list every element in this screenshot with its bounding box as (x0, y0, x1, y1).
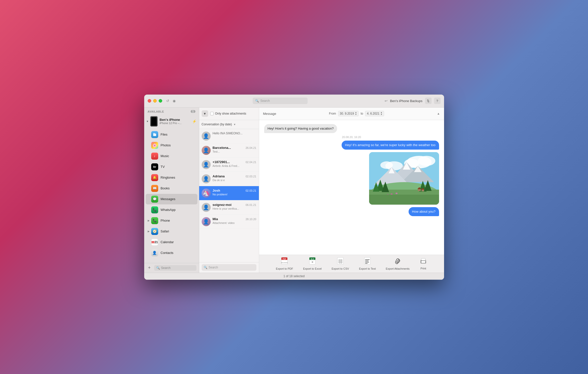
print-button[interactable]: Print (420, 257, 427, 270)
conv-name-phone: +1872901... (213, 160, 230, 164)
conversation-item-adriana[interactable]: 👤 Adriana 02.03.21 Da ok si e (199, 172, 259, 186)
search-icon: 🔍 (255, 99, 259, 103)
export-excel-button[interactable]: XLS ⊞ Export to Excel (303, 257, 322, 270)
main-content: AVAILABLE 1 ▾ Ben's iPhone iPhone 12 Pro… (144, 108, 444, 273)
export-csv-button[interactable]: Export to CSV (332, 257, 349, 270)
date-to-input[interactable]: 4. 6.2021 ▲ ▼ (365, 111, 384, 116)
svg-text:document: document (281, 262, 288, 263)
sidebar-bottom: + 🔍 Search (144, 263, 199, 273)
avatar-mia: 👤 (202, 217, 211, 226)
sidebar-item-calendar[interactable]: MON 21 Calendar (146, 237, 197, 247)
conv-date-adriana: 02.03.21 (246, 175, 256, 178)
msg-received-vacation: Hey! How's it going? Having a good vacat… (264, 124, 439, 133)
add-button[interactable]: + (147, 265, 152, 271)
sidebar-item-ringtones[interactable]: 🔔 Ringtones (146, 172, 197, 183)
export-attachments-label: Export Attachments (386, 267, 410, 270)
sort-arrow-icon: ▼ (233, 123, 236, 126)
message-date-filter: From 30. 9.2019 ▲ ▼ to 4. 6.2021 ▲ ▼ (329, 111, 384, 116)
sidebar-device[interactable]: ▾ Ben's iPhone iPhone 12 Pro –... ⚡ (144, 115, 199, 128)
titlebar-right: ↩ Ben's iPhone Backups ⇅ ? (385, 98, 441, 104)
svg-rect-45 (341, 259, 342, 264)
app-window: ↺ ◉ 🔍 Search ↩ Ben's iPhone Backups ⇅ ? … (144, 95, 444, 280)
conversation-item-josh[interactable]: 🦄 Josh 02.03.21 No problem! (199, 186, 259, 200)
tv-label: TV (161, 165, 165, 169)
conversation-item-mia[interactable]: 👤 Mia 28.10.20 Attachment: video (199, 215, 259, 229)
sidebar-search-label: Search (161, 266, 171, 270)
conversation-item-barcelona[interactable]: 👤 Barcelona... 26.04.21 Test... (199, 143, 259, 158)
attachments-toggle[interactable]: Only show attachments (210, 112, 246, 115)
sidebar-search-box[interactable]: 🔍 Search (154, 265, 196, 271)
svg-rect-43 (338, 263, 343, 263)
sidebar-item-books[interactable]: 📖 Books (146, 183, 197, 194)
phone-expand-icon: ▶ (148, 219, 150, 222)
eye-icon[interactable]: ◉ (173, 99, 176, 103)
sidebar-item-contacts[interactable]: 👤 Contacts (146, 248, 197, 258)
export-text-button[interactable]: Export to Text (359, 257, 376, 270)
avatar-soignez: 👤 (202, 203, 211, 212)
conv-name-ina: Hello INA SIMEONO... (213, 132, 243, 135)
date-from-arrows[interactable]: ▲ ▼ (355, 112, 357, 116)
sidebar-item-messages[interactable]: 💬 Messages (146, 194, 197, 204)
attachments-checkbox[interactable] (210, 112, 214, 115)
sort-button[interactable]: ⇅ (425, 98, 432, 104)
conv-header-adriana: Adriana 02.03.21 (213, 174, 256, 178)
device-model: iPhone 12 Pro –... (160, 122, 190, 125)
bottom-toolbar: PDF document Export to PDF XLS ⊞ (259, 255, 444, 273)
conversation-item-soignez[interactable]: 👤 soignez-moi 06.01.21 Here is your veri… (199, 200, 259, 215)
sidebar-item-tv[interactable]: tv TV (146, 162, 197, 172)
minimize-button[interactable] (153, 99, 157, 103)
conv-preview-mia: Attachment: video (213, 221, 256, 224)
message-header-label: Message (263, 112, 276, 116)
close-button[interactable] (148, 99, 151, 103)
conv-search-icon: 🔍 (204, 266, 207, 269)
sidebar-item-phone[interactable]: ▶ 📞 Phone (146, 215, 197, 226)
sidebar-search-icon: 🔍 (156, 266, 160, 270)
conv-content-barcelona: Barcelona... 26.04.21 Test... (213, 146, 256, 153)
svg-point-24 (396, 193, 398, 194)
message-list: Hey! How's it going? Having a good vacat… (259, 120, 444, 255)
message-collapse-button[interactable]: ▲ (437, 112, 440, 115)
date-to-arrows[interactable]: ▲ ▼ (380, 112, 382, 116)
sidebar-item-music[interactable]: ♪ Music (146, 151, 197, 161)
ringtones-label: Ringtones (161, 176, 175, 179)
conversations-search: 🔍 Search (199, 262, 259, 273)
sidebar-available-header: AVAILABLE 1 (144, 108, 199, 115)
device-screen (151, 117, 157, 126)
books-icon: 📖 (151, 185, 158, 192)
sidebar-item-whatsapp[interactable]: 📞 WhatsApp (146, 205, 197, 215)
traffic-lights (148, 99, 162, 103)
conversation-item-phone[interactable]: 👤 +1872901... 02.04.21 Airbnb: Anita & F… (199, 158, 259, 172)
conv-name-adriana: Adriana (213, 174, 225, 178)
sort-conversations-button[interactable]: Conversation (by date) ▼ (202, 123, 236, 126)
conv-content-josh: Josh 02.03.21 No problem! (213, 189, 256, 196)
reload-icon[interactable]: ↺ (166, 99, 169, 103)
svg-rect-28 (422, 190, 424, 191)
safari-expand-icon: ▶ (148, 230, 150, 233)
export-attachments-button[interactable]: Export Attachments (386, 257, 410, 270)
conv-preview-josh: No problem! (213, 193, 256, 196)
conversations-search-box[interactable]: 🔍 Search (202, 264, 256, 271)
sidebar-item-photos[interactable]: 🌸 Photos (146, 140, 197, 151)
sidebar-item-safari[interactable]: ▶ 🧭 Safari (146, 226, 197, 237)
export-pdf-button[interactable]: PDF document Export to PDF (276, 257, 293, 270)
svg-rect-47 (365, 259, 370, 260)
conv-header-soignez: soignez-moi 06.01.21 (213, 203, 256, 207)
help-button[interactable]: ? (434, 98, 441, 104)
sidebar-item-files[interactable]: Files (146, 129, 197, 140)
filter-button[interactable]: ▼ (202, 110, 208, 117)
conversations-header: Conversation (by date) ▼ (199, 120, 259, 129)
maximize-button[interactable] (159, 99, 162, 103)
global-search-box[interactable]: 🔍 Search (253, 98, 308, 104)
device-collapse-arrow[interactable]: ▾ (147, 120, 148, 123)
conv-header-ina: Hello INA SIMEONO... (213, 132, 256, 135)
date-from-value: 30. 9.2019 (340, 112, 354, 115)
svg-text:⊞: ⊞ (311, 261, 313, 263)
files-icon (151, 131, 158, 138)
device-info: Ben's iPhone iPhone 12 Pro –... (160, 118, 190, 125)
svg-rect-49 (365, 262, 369, 262)
date-from-input[interactable]: 30. 9.2019 ▲ ▼ (338, 111, 359, 116)
avatar-phone: 👤 (202, 160, 211, 169)
conversation-item-ina[interactable]: 👤 Hello INA SIMEONO... (199, 129, 259, 143)
bubble-vacation-text: Hey! How's it going? Having a good vacat… (264, 124, 337, 133)
avatar-adriana: 👤 (202, 174, 211, 183)
